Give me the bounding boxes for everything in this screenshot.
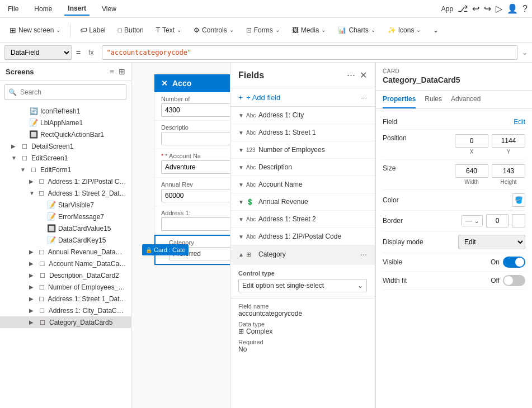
tree-item-datacardval[interactable]: 🔲 DataCardValue15 — [0, 222, 131, 234]
field-chevron-acctname: ▼ — [238, 182, 246, 188]
fork-icon[interactable]: ⎇ — [458, 3, 468, 14]
tree-item-starvisible[interactable]: 📝 StarVisible7 — [0, 199, 131, 211]
position-y-input[interactable] — [492, 134, 525, 148]
prop-field-edit[interactable]: Edit — [514, 118, 525, 126]
size-width-input[interactable] — [455, 164, 488, 178]
data-type-value: Complex — [246, 328, 272, 335]
size-height-input[interactable] — [492, 164, 525, 178]
search-input[interactable] — [20, 88, 123, 96]
form-field-input-desc[interactable] — [161, 132, 230, 145]
tab-rules[interactable]: Rules — [425, 91, 442, 108]
tree-chevron16: ▶ — [29, 284, 35, 290]
fields-more-icon[interactable]: ··· — [347, 69, 355, 81]
displaymode-select[interactable]: Edit — [458, 235, 525, 249]
border-width-input[interactable] — [486, 214, 509, 227]
icons-btn-text: Icons — [398, 26, 415, 34]
tree-item-editform[interactable]: ▼ □ EditForm1 — [0, 164, 131, 175]
button-icon: □ — [118, 26, 122, 34]
button-button[interactable]: □ Button — [113, 23, 149, 37]
color-picker[interactable]: 🪣 — [512, 193, 525, 207]
menu-insert[interactable]: Insert — [64, 2, 90, 16]
icons-button[interactable]: ✨ Icons ⌄ — [383, 23, 426, 37]
field-item-category[interactable]: ▲ ⊞ Category ··· — [230, 245, 375, 264]
formula-bar: DataField = fx ⌄ — [0, 42, 532, 63]
controls-button[interactable]: ⚙ Controls ⌄ — [189, 23, 239, 37]
media-button[interactable]: 🖼 Media ⌄ — [287, 23, 331, 37]
property-select[interactable]: DataField — [4, 45, 72, 60]
visible-toggle[interactable] — [503, 257, 525, 268]
field-item-numemployees[interactable]: ▼ 123 Number of Employees — [230, 141, 375, 159]
control-type-select[interactable]: Edit option set single-select ⌄ — [238, 279, 367, 292]
fields-close-button[interactable]: ✕ — [360, 70, 367, 80]
formula-chevron[interactable]: ⌄ — [522, 49, 528, 56]
form-field-input-annual[interactable] — [161, 189, 230, 202]
border-style-select[interactable]: — ⌄ — [462, 215, 483, 226]
field-item-zip[interactable]: ▼ Abc Address 1: ZIP/Postal Code — [230, 228, 375, 245]
field-item-street1[interactable]: ▼ Abc Address 1: Street 1 — [230, 124, 375, 141]
tree-item-iconrefresh1[interactable]: 🔄 IconRefresh1 — [0, 106, 131, 117]
widthfit-toggle[interactable] — [503, 275, 525, 286]
form-field-input-acct[interactable] — [161, 160, 230, 174]
center-canvas: ✕ Acco Number of Descriptio * * Account … — [131, 63, 230, 408]
desc-icon: □ — [38, 271, 47, 279]
add-field-button[interactable]: + + Add field ··· — [230, 88, 375, 107]
tab-properties[interactable]: Properties — [383, 91, 416, 108]
tree-item-street1[interactable]: ▶ □ Address 1: Street 1_DataCar — [0, 293, 131, 305]
new-screen-button[interactable]: ⊞ New screen ⌄ — [4, 23, 65, 37]
field-item-description[interactable]: ▼ Abc Description — [230, 159, 375, 176]
tree-item-category-datacard[interactable]: ▶ □ Category_DataCard5 — [0, 316, 131, 328]
add-field-more[interactable]: ··· — [361, 93, 367, 102]
form-field-input-numberof[interactable] — [161, 103, 230, 117]
tree-item-desc[interactable]: ▶ □ Description_DataCard2 — [0, 269, 131, 281]
field-item-annualrev[interactable]: ▼ 💲 Annual Revenue — [230, 193, 375, 211]
form-close-icon[interactable]: ✕ — [161, 79, 168, 88]
field-item-street2[interactable]: ▼ Abc Address 1: Street 2 — [230, 211, 375, 228]
charts-button[interactable]: 📊 Charts ⌄ — [333, 23, 380, 37]
tree-item-errormsg[interactable]: 📝 ErrorMessage7 — [0, 211, 131, 222]
fx-button[interactable]: fx — [85, 49, 97, 56]
play-icon[interactable]: ▷ — [496, 3, 502, 14]
field-name-cat: Category — [258, 250, 360, 258]
tree-label-errormsg: ErrorMessage7 — [58, 213, 104, 221]
border-color-picker[interactable] — [512, 214, 525, 227]
forms-button[interactable]: ⊡ Forms ⌄ — [241, 23, 285, 37]
menu-file[interactable]: File — [4, 3, 22, 15]
tree-item-editscreen[interactable]: ▼ □ EditScreen1 — [0, 152, 131, 164]
form-field-input-addr[interactable] — [161, 217, 230, 231]
position-x-input[interactable] — [455, 134, 488, 148]
more-button[interactable]: ⌄ — [428, 23, 444, 37]
tree-item-accountname[interactable]: ▶ □ Account Name_DataCard2 — [0, 258, 131, 269]
redo-icon[interactable]: ↪ — [484, 3, 491, 14]
field-item-accountname[interactable]: ▼ Abc Account Name — [230, 176, 375, 193]
tree-item-rectquick[interactable]: 🔲 RectQuickActionBar1 — [0, 129, 131, 140]
toolbar: ⊞ New screen ⌄ 🏷 Label □ Button T Text ⌄… — [0, 18, 532, 42]
data-type-value-row: ⊞ Complex — [238, 328, 367, 335]
tree-item-detailscreen[interactable]: ▶ □ DetailScreen1 — [0, 140, 131, 152]
formula-input[interactable] — [102, 45, 517, 60]
grid-view-icon[interactable]: ⊞ — [119, 67, 125, 76]
visible-toggle-knob — [515, 258, 524, 267]
new-screen-label: New screen — [18, 26, 54, 34]
menu-home[interactable]: Home — [31, 3, 55, 15]
tree-item-lblappname[interactable]: 📝 LblAppName1 — [0, 117, 131, 129]
prop-displaymode-value: Edit — [427, 235, 525, 249]
error-msg-icon: 📝 — [47, 212, 56, 221]
tree-item-annual[interactable]: ▶ □ Annual Revenue_DataCard2 — [0, 246, 131, 258]
tree-item-street2[interactable]: ▼ □ Address 1: Street 2_DataCar — [0, 187, 131, 199]
tree-item-city[interactable]: ▶ □ Address 1: City_DataCard2 — [0, 305, 131, 316]
list-view-icon[interactable]: ≡ — [110, 67, 114, 76]
tab-advanced[interactable]: Advanced — [451, 91, 481, 108]
field-more-cat[interactable]: ··· — [360, 250, 367, 259]
undo-icon[interactable]: ↩ — [472, 3, 479, 14]
help-icon[interactable]: ? — [522, 4, 528, 14]
field-name-zip: Address 1: ZIP/Postal Code — [258, 233, 367, 240]
user-icon[interactable]: 👤 — [507, 3, 518, 14]
tree-item-numemployees[interactable]: ▶ □ Number of Employees_Data — [0, 281, 131, 293]
text-button[interactable]: T Text ⌄ — [151, 23, 186, 37]
tree-item-datacardkey[interactable]: 📝 DataCardKey15 — [0, 234, 131, 246]
menu-view[interactable]: View — [98, 3, 120, 15]
field-item-city[interactable]: ▼ Abc Address 1: City — [230, 107, 375, 124]
search-box[interactable]: 🔍 — [4, 84, 126, 100]
label-button[interactable]: 🏷 Label — [75, 23, 110, 37]
tree-item-addresszip[interactable]: ▶ □ Address 1: ZIP/Postal Code_ — [0, 175, 131, 187]
